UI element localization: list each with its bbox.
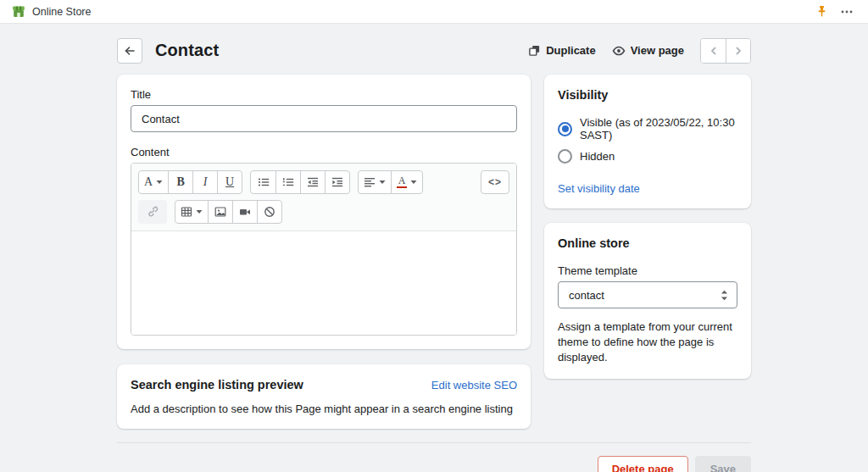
bullet-list-icon (258, 176, 270, 188)
view-page-button[interactable]: View page (612, 44, 684, 58)
clear-format-button[interactable] (257, 201, 281, 223)
back-button[interactable] (117, 38, 142, 64)
right-column: Visibility Visible (as of 2023/05/22, 10… (544, 75, 751, 379)
set-visibility-date-link[interactable]: Set visibility date (558, 182, 640, 195)
italic-button[interactable]: I (192, 171, 217, 193)
text-style-button[interactable]: A (139, 171, 168, 193)
next-page-button[interactable] (726, 39, 750, 63)
seo-description: Add a description to see how this Page m… (131, 403, 517, 415)
insert-group (175, 200, 282, 224)
visibility-card-title: Visibility (558, 88, 737, 102)
theme-template-label: Theme template (558, 264, 737, 277)
left-column: Title Content A (117, 75, 531, 429)
page-container: Contact Duplicate View pa (117, 37, 751, 472)
clear-format-icon (264, 206, 275, 218)
video-icon (239, 206, 251, 218)
duplicate-icon (528, 44, 541, 57)
page-footer: Delete page Save (117, 442, 751, 472)
link-icon (147, 206, 159, 218)
text-color-button[interactable]: A (391, 171, 422, 193)
visibility-option-visible[interactable]: Visible (as of 2023/05/22, 10:30 SAST) (558, 116, 737, 142)
eye-icon (612, 44, 626, 58)
app-title: Online Store (32, 6, 91, 18)
outdent-button[interactable] (300, 171, 325, 193)
numbered-list-icon (282, 176, 294, 188)
view-page-label: View page (631, 44, 684, 57)
text-color-icon: A (397, 176, 407, 189)
theme-template-select[interactable]: contact (558, 281, 737, 308)
back-arrow-icon (123, 44, 136, 58)
page-title: Contact (155, 41, 219, 60)
video-button[interactable] (232, 201, 257, 223)
indent-icon (331, 176, 343, 188)
previous-page-button[interactable] (701, 39, 726, 63)
content-editor: A B I (131, 163, 517, 336)
underline-label: U (225, 175, 234, 189)
indent-button[interactable] (325, 171, 349, 193)
editor-toolbar: A B I (131, 164, 516, 231)
topbar: Online Store (0, 0, 868, 24)
list-indent-group (250, 170, 350, 194)
theme-template-help-text: Assign a template from your current them… (558, 319, 737, 365)
duplicate-label: Duplicate (546, 44, 596, 57)
align-left-icon (364, 176, 376, 188)
radio-visible-label: Visible (as of 2023/05/22, 10:30 SAST) (580, 116, 737, 142)
seo-card-header: Search engine listing preview Edit websi… (131, 378, 517, 391)
visibility-card: Visibility Visible (as of 2023/05/22, 10… (544, 75, 751, 208)
text-format-group: A B I (138, 170, 242, 194)
link-button[interactable] (138, 200, 167, 224)
seo-card-title: Search engine listing preview (131, 378, 303, 391)
online-store-card: Online store Theme template contact Assi… (544, 223, 751, 379)
edit-website-seo-link[interactable]: Edit website SEO (431, 379, 517, 391)
header-actions: Duplicate View page (528, 38, 751, 64)
updown-icon (721, 290, 728, 301)
save-button[interactable]: Save (695, 456, 751, 472)
toolbar-row-1: A B I (138, 170, 509, 194)
code-view-button[interactable]: <> (481, 170, 509, 194)
content-label: Content (131, 146, 517, 158)
radio-hidden-label: Hidden (580, 150, 615, 163)
caret-down-icon (156, 180, 163, 185)
chevron-right-icon (733, 46, 743, 56)
title-input[interactable] (131, 105, 517, 132)
chevron-left-icon (709, 46, 719, 56)
caret-down-icon (379, 180, 386, 185)
delete-page-button[interactable]: Delete page (598, 456, 688, 472)
online-store-card-title: Online store (558, 236, 737, 250)
radio-hidden[interactable] (558, 149, 572, 164)
theme-template-value: contact (569, 289, 604, 302)
seo-card: Search engine listing preview Edit websi… (117, 364, 531, 429)
duplicate-button[interactable]: Duplicate (528, 44, 596, 57)
caret-down-icon (196, 209, 203, 214)
radio-visible[interactable] (558, 122, 572, 136)
align-color-group: A (358, 170, 423, 194)
text-style-label: A (144, 175, 153, 189)
content-editor-body[interactable] (131, 231, 516, 335)
ellipsis-icon (840, 5, 854, 19)
overflow-menu-button[interactable] (837, 3, 856, 21)
caret-down-icon (410, 180, 417, 185)
visibility-option-hidden[interactable]: Hidden (558, 149, 737, 164)
table-button[interactable] (175, 201, 208, 223)
title-label: Title (131, 88, 517, 101)
pin-button[interactable] (812, 3, 831, 21)
numbered-list-button[interactable] (275, 171, 300, 193)
alignment-button[interactable] (359, 171, 391, 193)
bullet-list-button[interactable] (251, 171, 275, 193)
page-header: Contact Duplicate View pa (117, 37, 751, 64)
page-details-card: Title Content A (117, 75, 531, 349)
code-icon: <> (488, 176, 502, 188)
bold-button[interactable]: B (168, 171, 192, 193)
image-button[interactable] (208, 201, 232, 223)
toolbar-row-2 (138, 200, 509, 224)
image-icon (214, 206, 226, 218)
bold-label: B (176, 175, 184, 189)
underline-button[interactable]: U (217, 171, 242, 193)
outdent-icon (307, 176, 319, 188)
pagination (700, 38, 751, 64)
main-content: Title Content A (117, 75, 751, 429)
table-icon (181, 206, 192, 218)
pin-icon (815, 5, 828, 18)
italic-label: I (203, 175, 208, 189)
store-icon (12, 5, 25, 19)
